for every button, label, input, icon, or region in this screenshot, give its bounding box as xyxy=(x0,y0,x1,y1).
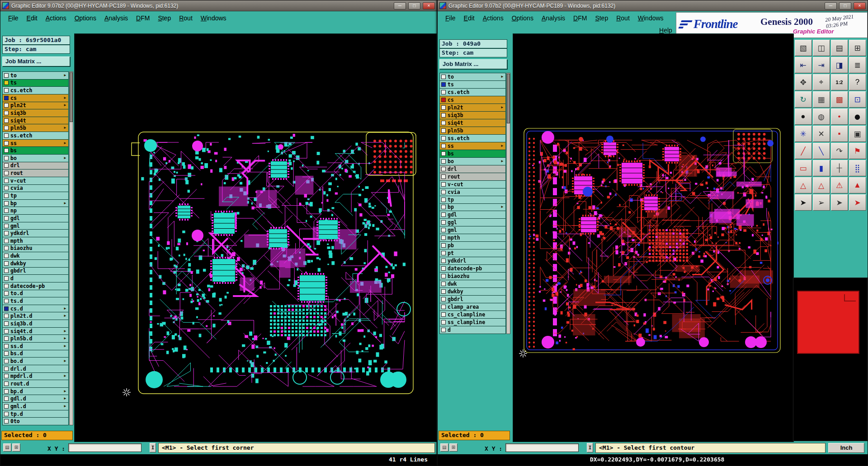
matrix-colors-icon[interactable]: ⊡ xyxy=(849,91,866,108)
layer-visibility-checkbox[interactable] xyxy=(4,344,9,348)
layer-row-tp[interactable]: tp xyxy=(440,196,505,203)
erase-icon[interactable]: ✕ xyxy=(813,126,830,142)
layer-visibility-checkbox[interactable] xyxy=(4,404,9,409)
layer-visibility-checkbox[interactable] xyxy=(4,246,9,250)
menu-windows[interactable]: Windows xyxy=(634,13,668,23)
layer-visibility-checkbox[interactable] xyxy=(4,299,9,303)
layer-visibility-checkbox[interactable] xyxy=(4,374,9,378)
layer-visibility-checkbox[interactable] xyxy=(4,224,9,228)
menu-rout[interactable]: Rout xyxy=(175,13,197,23)
layer-row-drl.d[interactable]: drl.d xyxy=(3,365,68,372)
layer-row-ts[interactable]: ts xyxy=(440,81,505,88)
layer-visibility-checkbox[interactable] xyxy=(441,98,446,102)
layer-visibility-checkbox[interactable] xyxy=(4,141,9,146)
snap-grid-button[interactable]: ⊞ xyxy=(12,443,20,452)
layer-row-cvia[interactable]: cvia xyxy=(440,188,505,196)
center-target-icon[interactable]: ⌖ xyxy=(813,74,830,90)
layer-row-siq3b[interactable]: siq3b xyxy=(3,109,68,117)
layer-visibility-checkbox[interactable] xyxy=(4,314,9,318)
overview-board[interactable] xyxy=(797,291,859,354)
layer-visibility-checkbox[interactable] xyxy=(441,82,446,87)
layer-visibility-checkbox[interactable] xyxy=(441,121,446,125)
scrollbar-thumb[interactable] xyxy=(507,74,510,123)
layer-visibility-checkbox[interactable] xyxy=(4,208,9,213)
layer-row-gdl[interactable]: gdl xyxy=(440,211,505,218)
select-cursor-icon[interactable]: ➤ xyxy=(795,194,812,211)
layer-visibility-checkbox[interactable] xyxy=(4,381,9,386)
layer-visibility-checkbox[interactable] xyxy=(441,274,446,278)
layer-row-drl[interactable]: drl xyxy=(3,162,68,169)
layer-visibility-checkbox[interactable] xyxy=(441,312,446,317)
layer-row-pln5b.d[interactable]: pln5b.d► xyxy=(3,335,68,342)
layer-visibility-checkbox[interactable] xyxy=(441,220,446,225)
red-slope-icon[interactable]: ╱ xyxy=(795,143,812,159)
crosshair-icon[interactable]: ┼ xyxy=(831,160,848,176)
layer-visibility-checkbox[interactable] xyxy=(441,328,446,332)
layer-row-rout[interactable]: rout xyxy=(3,169,68,177)
layer-row-bs[interactable]: bs xyxy=(3,147,68,154)
layer-row-gml[interactable]: gml xyxy=(440,226,505,234)
blue-star-icon[interactable]: ✳ xyxy=(795,126,812,142)
layer-visibility-checkbox[interactable] xyxy=(441,105,446,110)
layer-visibility-checkbox[interactable] xyxy=(4,239,9,243)
stack-layers-icon[interactable]: ≣ xyxy=(849,57,866,73)
component-icon[interactable]: ▣ xyxy=(849,126,866,142)
menu-actions[interactable]: Actions xyxy=(42,13,71,23)
layer-visibility-checkbox[interactable] xyxy=(4,111,9,115)
mesh-icon[interactable]: ▦ xyxy=(813,91,830,108)
layer-visibility-checkbox[interactable] xyxy=(4,419,9,424)
window-grid-icon[interactable]: ⊞ xyxy=(849,40,866,56)
layer-visibility-checkbox[interactable] xyxy=(4,216,9,221)
layer-row-ydkdrl[interactable]: ydkdrl xyxy=(440,257,505,264)
arc-tool-icon[interactable]: ↷ xyxy=(831,143,848,159)
layer-visibility-checkbox[interactable] xyxy=(4,133,9,138)
layer-visibility-checkbox[interactable] xyxy=(441,320,446,325)
layer-visibility-checkbox[interactable] xyxy=(441,228,446,232)
layer-visibility-checkbox[interactable] xyxy=(441,259,446,263)
layer-row-tp[interactable]: tp xyxy=(3,192,68,199)
red-chip-icon[interactable]: ▪ xyxy=(831,126,848,142)
menu-file[interactable]: File xyxy=(4,13,23,23)
layer-row-mpth[interactable]: mpth xyxy=(3,237,68,245)
layer-visibility-checkbox[interactable] xyxy=(441,90,446,94)
layer-visibility-checkbox[interactable] xyxy=(4,276,9,281)
blue-bar-icon[interactable]: ▮ xyxy=(813,160,830,176)
layer-visibility-checkbox[interactable] xyxy=(4,254,9,258)
title-bar[interactable]: Graphic Editor 9.07b2 (00@HY-HYCAM-PC189… xyxy=(0,0,437,11)
layer-row-gml.d[interactable]: gml.d► xyxy=(3,403,68,410)
job-matrix-button[interactable]: Job Matrix ... xyxy=(439,59,507,69)
layer-row-cs.d[interactable]: cs.d► xyxy=(3,305,68,312)
separator-button[interactable]: I xyxy=(587,443,593,452)
job-matrix-button[interactable]: Job Matrix ... xyxy=(2,56,70,66)
layer-visibility-checkbox[interactable] xyxy=(441,212,446,217)
layer-visibility-checkbox[interactable] xyxy=(4,268,9,273)
layer-row-cs.etch[interactable]: cs.etch xyxy=(440,89,505,96)
layer-row-v-cut[interactable]: v-cut xyxy=(440,181,505,188)
layer-visibility-checkbox[interactable] xyxy=(4,336,9,341)
layer-visibility-checkbox[interactable] xyxy=(4,261,9,266)
filled-pad-icon[interactable]: ● xyxy=(795,108,812,125)
layer-row-siq4t[interactable]: siq4t xyxy=(3,117,68,124)
layer-row-siq4t[interactable]: siq4t xyxy=(440,119,505,127)
layer-visibility-checkbox[interactable] xyxy=(4,186,9,190)
layer-visibility-checkbox[interactable] xyxy=(441,167,446,171)
separator-button[interactable]: I xyxy=(150,443,156,452)
menu-edit[interactable]: Edit xyxy=(23,13,42,23)
layer-row-pt[interactable]: pt xyxy=(440,249,505,257)
layer-row-cvia[interactable]: cvia xyxy=(3,185,68,192)
pan-left-icon[interactable]: ⇤ xyxy=(795,57,812,73)
new-window-icon[interactable]: ▧ xyxy=(795,40,812,56)
split-view-icon[interactable]: ◨ xyxy=(831,57,848,73)
layer-row-ss.etch[interactable]: ss.etch xyxy=(440,135,505,142)
xy-input[interactable] xyxy=(505,443,579,452)
solid-dot-icon[interactable]: ⬤ xyxy=(849,108,866,125)
scrollbar-thumb[interactable] xyxy=(70,72,73,122)
layer-visibility-checkbox[interactable] xyxy=(4,156,9,160)
layer-row-gbdrl[interactable]: gbdrl xyxy=(3,268,68,275)
layer-row-datecode-pb[interactable]: datecode-pb xyxy=(440,265,505,272)
layer-row-0to[interactable]: 0to xyxy=(3,418,68,425)
layer-row-bo[interactable]: bo► xyxy=(440,158,505,165)
layer-visibility-checkbox[interactable] xyxy=(4,284,9,288)
layer-visibility-checkbox[interactable] xyxy=(441,113,446,118)
menu-edit[interactable]: Edit xyxy=(460,13,479,23)
